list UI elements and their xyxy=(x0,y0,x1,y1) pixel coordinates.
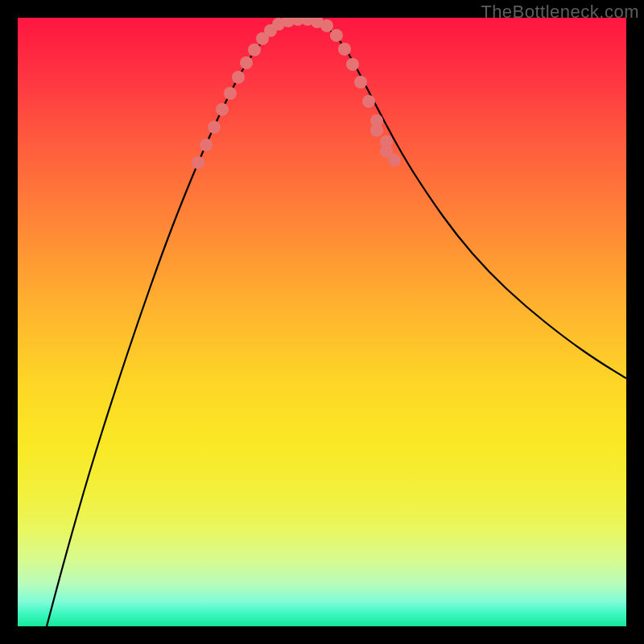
right-beads-bead xyxy=(346,58,359,71)
right-beads-bead xyxy=(330,29,343,42)
right-beads-bead xyxy=(388,154,401,167)
left-beads-bead xyxy=(240,56,253,69)
chart-svg xyxy=(18,18,626,626)
right-beads-bead xyxy=(370,124,383,137)
left-beads-bead xyxy=(192,156,204,169)
left-beads-bead xyxy=(200,138,213,151)
right-beads-bead xyxy=(338,43,351,56)
left-beads-bead xyxy=(208,121,221,134)
bottleneck-curve xyxy=(47,19,626,626)
left-beads-bead xyxy=(232,71,245,84)
left-beads-bead xyxy=(216,103,229,116)
watermark-text: TheBottleneck.com xyxy=(481,2,639,23)
chart-frame xyxy=(18,18,626,626)
bottom-beads-bead xyxy=(320,19,333,32)
left-beads-bead xyxy=(224,87,237,100)
right-beads-bead xyxy=(362,95,375,108)
left-beads-bead xyxy=(248,43,261,56)
right-beads-bead xyxy=(354,76,367,89)
